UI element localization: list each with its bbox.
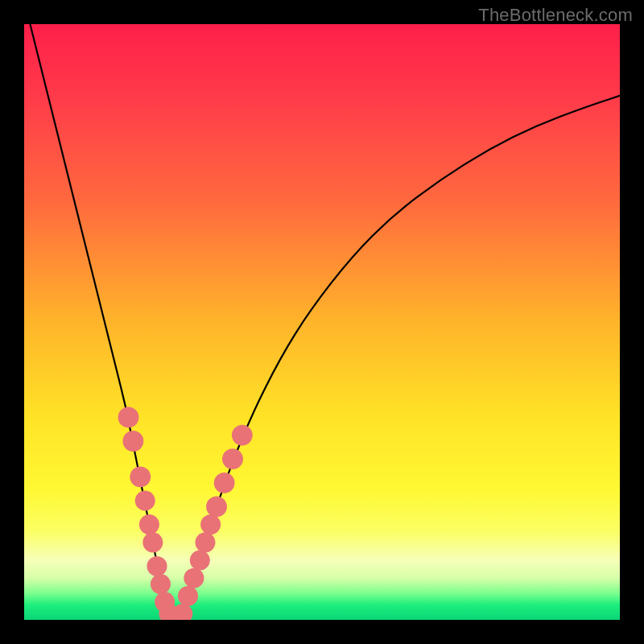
curve-layer [24, 24, 620, 620]
marker-dot [214, 473, 235, 493]
marker-dot [135, 490, 155, 510]
marker-dot [232, 425, 253, 446]
marker-dot [139, 514, 159, 535]
marker-dot [222, 448, 243, 469]
marker-dot [142, 532, 163, 552]
marker-dot [123, 431, 144, 452]
marker-dot [130, 466, 151, 487]
marker-dot [147, 556, 167, 576]
marker-dot [172, 604, 192, 620]
plot-area [24, 24, 620, 620]
curve-markers [118, 407, 253, 620]
marker-dot [118, 407, 139, 427]
outer-frame: TheBottleneck.com [0, 0, 644, 644]
marker-dot [184, 568, 204, 588]
marker-dot [206, 496, 227, 517]
watermark-text: TheBottleneck.com [478, 5, 633, 26]
bottleneck-curve [30, 24, 620, 617]
marker-dot [178, 586, 198, 606]
marker-dot [151, 574, 171, 594]
marker-dot [195, 532, 215, 552]
marker-dot [200, 514, 221, 535]
marker-dot [190, 550, 210, 570]
